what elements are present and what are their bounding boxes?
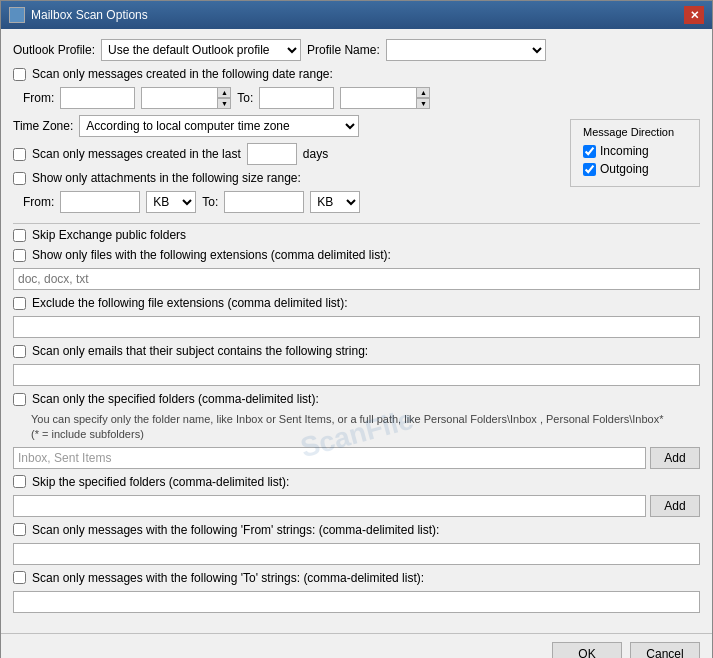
skip-folders-row: Skip the specified folders (comma-delimi… — [13, 475, 700, 489]
outlook-profile-label: Outlook Profile: — [13, 43, 95, 57]
days-label: days — [303, 147, 328, 161]
last-days-checkbox[interactable] — [13, 148, 26, 161]
timezone-section: Time Zone: According to local computer t… — [13, 115, 560, 219]
close-button[interactable]: ✕ — [684, 6, 704, 24]
specified-folders-section: ScanFile Scan only the specified folders… — [13, 392, 700, 469]
size-to-label: To: — [202, 195, 218, 209]
exclude-extensions-input[interactable] — [13, 316, 700, 338]
date-range-checkbox[interactable] — [13, 68, 26, 81]
skip-folders-label: Skip the specified folders (comma-delimi… — [32, 475, 289, 489]
attachment-size-row: Show only attachments in the following s… — [13, 171, 560, 185]
exclude-extensions-input-row — [13, 316, 700, 338]
last-days-label: Scan only messages created in the last — [32, 147, 241, 161]
exclude-extensions-row: Exclude the following file extensions (c… — [13, 296, 700, 310]
incoming-label: Incoming — [600, 144, 649, 158]
exclude-extensions-checkbox[interactable] — [13, 297, 26, 310]
separator-1 — [13, 223, 700, 224]
ok-button[interactable]: OK — [552, 642, 622, 658]
size-from-unit[interactable]: KBMBGB — [146, 191, 196, 213]
cancel-button[interactable]: Cancel — [630, 642, 700, 658]
dialog-title: Mailbox Scan Options — [31, 8, 148, 22]
to-strings-checkbox[interactable] — [13, 571, 26, 584]
time-from-up[interactable]: ▲ — [217, 87, 231, 98]
title-bar: Mailbox Scan Options ✕ — [1, 1, 712, 29]
incoming-item: Incoming — [583, 144, 687, 158]
outgoing-checkbox[interactable] — [583, 163, 596, 176]
skip-folders-input-row: Add — [13, 495, 700, 517]
attachment-size-section: Show only attachments in the following s… — [13, 171, 560, 213]
date-to-input[interactable]: 4/ 1/2013 — [259, 87, 334, 109]
direction-title: Message Direction — [583, 126, 687, 138]
skip-exchange-label: Skip Exchange public folders — [32, 228, 186, 242]
skip-folders-add-button[interactable]: Add — [650, 495, 700, 517]
date-range-label: Scan only messages created in the follow… — [32, 67, 333, 81]
skip-exchange-row: Skip Exchange public folders — [13, 228, 700, 242]
outgoing-label: Outgoing — [600, 162, 649, 176]
skip-exchange-checkbox[interactable] — [13, 229, 26, 242]
profile-name-select[interactable] — [386, 39, 546, 61]
mailbox-scan-options-dialog: Mailbox Scan Options ✕ Outlook Profile: … — [0, 0, 713, 658]
incoming-checkbox[interactable] — [583, 145, 596, 158]
size-range-row: From: 0 KBMBGB To: 1000 KBMBGB — [23, 191, 560, 213]
outgoing-item: Outgoing — [583, 162, 687, 176]
date-from-input[interactable]: 3/ 1/2013 — [60, 87, 135, 109]
skip-folders-section: Skip the specified folders (comma-delimi… — [13, 475, 700, 517]
outlook-profile-row: Outlook Profile: Use the default Outlook… — [13, 39, 700, 61]
last-days-row: Scan only messages created in the last 5… — [13, 143, 560, 165]
subject-filter-label: Scan only emails that their subject cont… — [32, 344, 368, 358]
from-strings-section: Scan only messages with the following 'F… — [13, 523, 700, 565]
days-input[interactable]: 5 — [247, 143, 297, 165]
from-strings-row: Scan only messages with the following 'F… — [13, 523, 700, 537]
time-from-wrapper: 12:00:00 AM ▲ ▼ — [141, 87, 231, 109]
to-strings-input[interactable] — [13, 591, 700, 613]
extensions-checkbox[interactable] — [13, 249, 26, 262]
specified-folders-input[interactable] — [13, 447, 646, 469]
app-icon — [9, 7, 25, 23]
date-from-label: From: — [23, 91, 54, 105]
timezone-select[interactable]: According to local computer time zone — [79, 115, 359, 137]
message-direction-box: Message Direction Incoming Outgoing — [570, 119, 700, 187]
date-to-label: To: — [237, 91, 253, 105]
subject-filter-checkbox[interactable] — [13, 345, 26, 358]
to-strings-row: Scan only messages with the following 'T… — [13, 571, 700, 585]
to-strings-input-row — [13, 591, 700, 613]
exclude-extensions-label: Exclude the following file extensions (c… — [32, 296, 347, 310]
time-to-down[interactable]: ▼ — [416, 98, 430, 109]
date-from-to-row: From: 3/ 1/2013 12:00:00 AM ▲ ▼ To: 4/ 1… — [23, 87, 700, 109]
timezone-direction-section: Time Zone: According to local computer t… — [13, 115, 700, 219]
extensions-row: Show only files with the following exten… — [13, 248, 700, 262]
specified-folders-label: Scan only the specified folders (comma-d… — [32, 392, 319, 406]
date-range-row: Scan only messages created in the follow… — [13, 67, 700, 81]
specified-folders-add-button[interactable]: Add — [650, 447, 700, 469]
outlook-profile-select[interactable]: Use the default Outlook profile — [101, 39, 301, 61]
size-from-label: From: — [23, 195, 54, 209]
subject-filter-input-row — [13, 364, 700, 386]
subject-filter-input[interactable] — [13, 364, 700, 386]
skip-folders-checkbox[interactable] — [13, 475, 26, 488]
time-from-down[interactable]: ▼ — [217, 98, 231, 109]
to-strings-label: Scan only messages with the following 'T… — [32, 571, 424, 585]
from-strings-label: Scan only messages with the following 'F… — [32, 523, 439, 537]
extensions-input[interactable] — [13, 268, 700, 290]
specified-folders-checkbox[interactable] — [13, 393, 26, 406]
from-strings-checkbox[interactable] — [13, 523, 26, 536]
size-to-unit[interactable]: KBMBGB — [310, 191, 360, 213]
extensions-input-row — [13, 268, 700, 290]
from-strings-input[interactable] — [13, 543, 700, 565]
size-to-input[interactable]: 1000 — [224, 191, 304, 213]
size-from-input[interactable]: 0 — [60, 191, 140, 213]
bottom-buttons: OK Cancel — [1, 633, 712, 658]
extensions-label: Show only files with the following exten… — [32, 248, 391, 262]
time-to-up[interactable]: ▲ — [416, 87, 430, 98]
skip-folders-input[interactable] — [13, 495, 646, 517]
profile-name-label: Profile Name: — [307, 43, 380, 57]
from-strings-input-row — [13, 543, 700, 565]
specified-folders-hint: You can specify only the folder name, li… — [31, 412, 700, 443]
timezone-label: Time Zone: — [13, 119, 73, 133]
time-from-spinners: ▲ ▼ — [217, 87, 231, 109]
attachment-size-label: Show only attachments in the following s… — [32, 171, 301, 185]
attachment-size-checkbox[interactable] — [13, 172, 26, 185]
specified-folders-row: Scan only the specified folders (comma-d… — [13, 392, 700, 406]
time-to-spinners: ▲ ▼ — [416, 87, 430, 109]
to-strings-section: Scan only messages with the following 'T… — [13, 571, 700, 613]
